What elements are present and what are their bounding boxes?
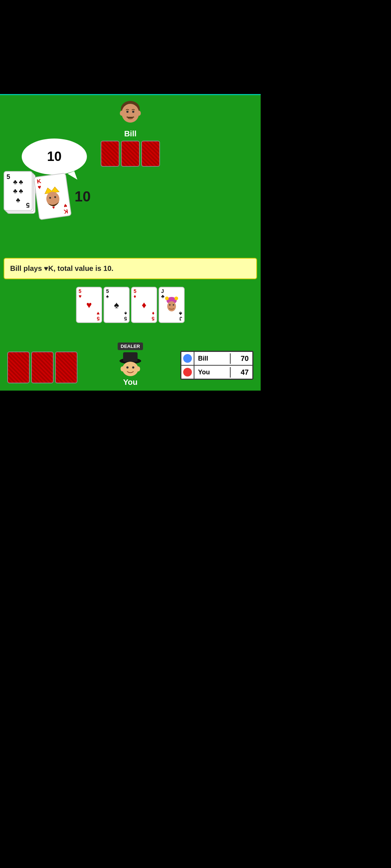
svg-point-19 xyxy=(122,362,138,376)
hand-card-5h-top: 5♥ xyxy=(79,289,81,299)
hand-card-5s-center: ♠ xyxy=(114,299,119,311)
bill-face-down-cards xyxy=(101,141,160,167)
bill-card-1 xyxy=(101,141,119,167)
top-black-bar xyxy=(0,0,261,94)
jack-face-svg xyxy=(164,295,179,314)
you-deck-card-3 xyxy=(55,352,77,383)
svg-point-3 xyxy=(132,111,134,113)
king-rank-bottom: K♥ xyxy=(63,203,68,214)
hand-card-5h-center: ♥ xyxy=(86,299,92,311)
message-text: Bill plays ♥K, total value is 10. xyxy=(10,264,113,272)
svg-point-20 xyxy=(126,366,129,369)
you-color-dot xyxy=(183,368,192,376)
hand-card-5-spades[interactable]: 5♠ ♠ 5♠ xyxy=(104,287,130,323)
you-score-name: You xyxy=(194,367,231,378)
played-king-hearts: K♥ ♥ K♥ xyxy=(33,173,72,220)
bill-card-2 xyxy=(121,141,140,167)
player-hand[interactable]: 5♥ ♥ 5♥ 5♠ ♠ 5♠ 5♦ ♦ 5♦ J♣ xyxy=(76,287,185,323)
played-area: K♥ ♥ K♥ 10 xyxy=(36,175,91,218)
svg-point-22 xyxy=(121,366,124,371)
svg-point-21 xyxy=(132,366,134,369)
bill-avatar xyxy=(116,99,145,128)
you-deck xyxy=(7,352,77,383)
svg-point-12 xyxy=(165,297,169,300)
bill-score-value: 70 xyxy=(231,353,252,364)
hand-card-5d-bottom: 5♦ xyxy=(152,311,155,321)
bill-speech-text: 10 xyxy=(47,149,62,164)
bill-score-name: Bill xyxy=(194,353,231,364)
you-avatar xyxy=(118,351,143,376)
svg-point-1 xyxy=(122,104,139,123)
hand-card-5-diamonds[interactable]: 5♦ ♦ 5♦ xyxy=(131,287,157,323)
svg-point-16 xyxy=(173,304,174,306)
played-value: 10 xyxy=(75,188,91,205)
hand-card-jack-clubs[interactable]: J♣ J♣ xyxy=(159,287,185,323)
hand-card-5h-bottom: 5♥ xyxy=(97,311,100,321)
bill-score-color xyxy=(181,352,194,365)
hand-card-5-hearts[interactable]: 5♥ ♥ 5♥ xyxy=(76,287,102,323)
svg-rect-18 xyxy=(123,352,138,362)
svg-point-23 xyxy=(136,366,140,371)
message-banner: Bill plays ♥K, total value is 10. xyxy=(4,258,257,279)
hand-card-jc-bottom: J♣ xyxy=(179,311,182,321)
hand-card-5s-bottom: 5♠ xyxy=(124,311,127,321)
bill-area: Bill xyxy=(101,99,160,167)
you-score-value: 47 xyxy=(231,367,252,378)
game-area: Bill 10 5 ♣♣ ♣♣ ♣ 5 K♥ xyxy=(0,94,261,391)
svg-point-14 xyxy=(167,301,176,311)
deck-top-card: 5 ♣♣ ♣♣ ♣ 5 xyxy=(4,171,33,211)
score-row-bill: Bill 70 xyxy=(181,352,252,366)
hand-card-5s-top: 5♠ xyxy=(106,289,109,299)
svg-point-2 xyxy=(126,111,129,113)
king-rank-top: K♥ xyxy=(37,178,42,190)
you-deck-card-2 xyxy=(31,352,54,383)
hand-card-jc-top: J♣ xyxy=(161,289,164,299)
dealer-badge: DEALER xyxy=(118,342,143,350)
svg-point-15 xyxy=(169,304,171,306)
you-area: DEALER You xyxy=(118,342,143,387)
bill-speech-bubble: 10 xyxy=(22,139,87,175)
svg-point-13 xyxy=(175,297,178,300)
you-deck-card-1 xyxy=(7,352,30,383)
scoreboard: Bill 70 You 47 xyxy=(180,351,253,380)
king-face-svg: ♥ xyxy=(40,182,65,210)
hand-card-5d-center: ♦ xyxy=(142,299,146,311)
svg-point-5 xyxy=(137,111,141,116)
bill-card-3 xyxy=(141,141,160,167)
svg-point-4 xyxy=(120,111,123,116)
bottom-black-bar xyxy=(0,391,261,579)
you-score-color xyxy=(181,366,194,379)
bill-name: Bill xyxy=(124,129,136,139)
hand-card-5d-top: 5♦ xyxy=(134,289,136,299)
you-name: You xyxy=(123,378,138,387)
bill-color-dot xyxy=(183,354,192,363)
score-row-you: You 47 xyxy=(181,366,252,379)
